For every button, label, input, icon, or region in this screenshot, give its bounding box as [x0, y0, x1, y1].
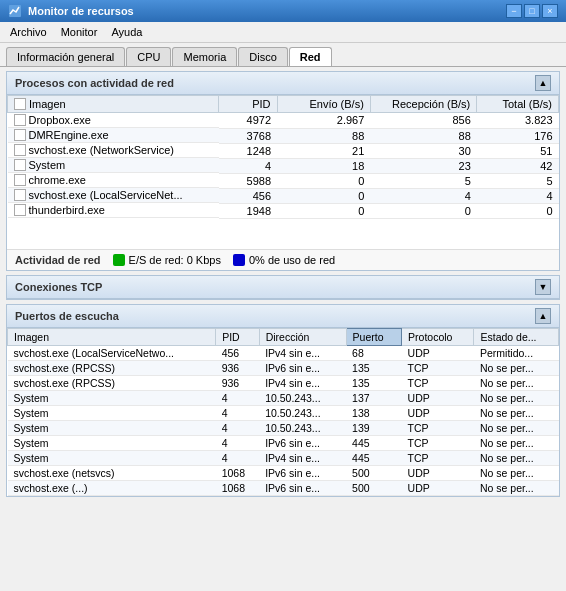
protocolo-cell: UDP	[402, 481, 474, 496]
pid-cell: 4972	[219, 113, 277, 129]
indicator-io: E/S de red: 0 Kbps	[113, 254, 221, 266]
conexiones-tcp-header[interactable]: Conexiones TCP ▼	[7, 276, 559, 299]
protocolo-cell: TCP	[402, 436, 474, 451]
menu-ayuda[interactable]: Ayuda	[105, 24, 148, 40]
table-row[interactable]: System 4 IPv4 sin e... 445 TCP No se per…	[8, 451, 559, 466]
tab-cpu[interactable]: CPU	[126, 47, 171, 66]
menu-monitor[interactable]: Monitor	[55, 24, 104, 40]
procesos-red-collapse[interactable]: ▲	[535, 75, 551, 91]
row-checkbox[interactable]	[14, 144, 26, 156]
pid-cell: 1068	[216, 481, 259, 496]
imagen-cell: DMREngine.exe	[29, 129, 109, 141]
imagen-cell: svchost.exe (...)	[8, 481, 216, 496]
puertos-col-imagen: Imagen	[8, 328, 216, 345]
procesos-red-body: Imagen PID Envío (B/s) Recepción (B/s) T…	[7, 95, 559, 249]
table-row[interactable]: System 4 18 23 42	[8, 158, 559, 173]
puerto-cell: 445	[346, 451, 402, 466]
pid-cell: 3768	[219, 128, 277, 143]
imagen-cell: Dropbox.exe	[29, 114, 91, 126]
row-checkbox[interactable]	[14, 159, 26, 171]
tab-memoria[interactable]: Memoria	[172, 47, 237, 66]
table-row[interactable]: svchost.exe (RPCSS) 936 IPv6 sin e... 13…	[8, 361, 559, 376]
imagen-cell: svchost.exe (LocalServiceNet...	[29, 189, 183, 201]
direccion-cell: IPv4 sin e...	[259, 376, 346, 391]
table-row[interactable]: svchost.exe (LocalServiceNet... 456 0 4 …	[8, 188, 559, 203]
direccion-cell: 10.50.243...	[259, 391, 346, 406]
puertos-col-direccion: Dirección	[259, 328, 346, 345]
direccion-cell: IPv4 sin e...	[259, 451, 346, 466]
table-row[interactable]: DMREngine.exe 3768 88 88 176	[8, 128, 559, 143]
total-cell: 176	[477, 128, 559, 143]
imagen-cell: System	[8, 436, 216, 451]
close-button[interactable]: ×	[542, 4, 558, 18]
recepcion-cell: 5	[370, 173, 476, 188]
main-content: Procesos con actividad de red ▲ Imagen P…	[0, 67, 566, 501]
table-row[interactable]: thunderbird.exe 1948 0 0 0	[8, 203, 559, 218]
menu-archivo[interactable]: Archivo	[4, 24, 53, 40]
total-cell: 51	[477, 143, 559, 158]
row-checkbox[interactable]	[14, 204, 26, 216]
table-row[interactable]: System 4 IPv6 sin e... 445 TCP No se per…	[8, 436, 559, 451]
table-row[interactable]: chrome.exe 5988 0 5 5	[8, 173, 559, 188]
envio-cell: 2.967	[277, 113, 370, 129]
pid-cell: 1248	[219, 143, 277, 158]
procesos-red-header[interactable]: Procesos con actividad de red ▲	[7, 72, 559, 95]
row-checkbox[interactable]	[14, 189, 26, 201]
tab-disco[interactable]: Disco	[238, 47, 288, 66]
maximize-button[interactable]: □	[524, 4, 540, 18]
minimize-button[interactable]: −	[506, 4, 522, 18]
col-imagen: Imagen	[8, 96, 219, 113]
table-row[interactable]: svchost.exe (LocalServiceNetwo... 456 IP…	[8, 345, 559, 361]
total-cell: 5	[477, 173, 559, 188]
window-controls: − □ ×	[506, 4, 558, 18]
imagen-cell: System	[8, 391, 216, 406]
col-envio: Envío (B/s)	[277, 96, 370, 113]
window-title: Monitor de recursos	[28, 5, 500, 17]
table-row[interactable]: svchost.exe (RPCSS) 936 IPv4 sin e... 13…	[8, 376, 559, 391]
puerto-cell: 139	[346, 421, 402, 436]
tab-red[interactable]: Red	[289, 47, 332, 66]
table-row[interactable]: svchost.exe (...) 1068 IPv6 sin e... 500…	[8, 481, 559, 496]
puertos-escucha-collapse[interactable]: ▲	[535, 308, 551, 324]
puertos-escucha-body: Imagen PID Dirección Puerto Protocolo Es…	[7, 328, 559, 497]
direccion-cell: IPv6 sin e...	[259, 436, 346, 451]
table-row[interactable]: svchost.exe (NetworkService) 1248 21 30 …	[8, 143, 559, 158]
tab-informacion-general[interactable]: Información general	[6, 47, 125, 66]
puertos-escucha-section: Puertos de escucha ▲ Imagen PID Direcció…	[6, 304, 560, 498]
puertos-escucha-header[interactable]: Puertos de escucha ▲	[7, 305, 559, 328]
envio-cell: 21	[277, 143, 370, 158]
table-row[interactable]: System 4 10.50.243... 137 UDP No se per.…	[8, 391, 559, 406]
total-cell: 42	[477, 158, 559, 173]
estado-cell: No se per...	[474, 406, 559, 421]
estado-cell: No se per...	[474, 466, 559, 481]
procesos-red-rows: Dropbox.exe 4972 2.967 856 3.823 DMREngi…	[8, 113, 559, 219]
puerto-cell: 138	[346, 406, 402, 421]
total-cell: 0	[477, 203, 559, 218]
col-pid: PID	[219, 96, 277, 113]
recepcion-cell: 0	[370, 203, 476, 218]
puerto-cell: 500	[346, 466, 402, 481]
protocolo-cell: UDP	[402, 406, 474, 421]
table-row[interactable]: Dropbox.exe 4972 2.967 856 3.823	[8, 113, 559, 129]
pid-cell: 4	[216, 391, 259, 406]
estado-cell: No se per...	[474, 391, 559, 406]
estado-cell: No se per...	[474, 436, 559, 451]
menu-bar: Archivo Monitor Ayuda	[0, 22, 566, 43]
row-checkbox[interactable]	[14, 114, 26, 126]
puertos-col-estado: Estado de...	[474, 328, 559, 345]
puertos-escucha-title: Puertos de escucha	[15, 310, 119, 322]
table-row[interactable]: System 4 10.50.243... 139 TCP No se per.…	[8, 421, 559, 436]
imagen-cell: svchost.exe (NetworkService)	[29, 144, 175, 156]
table-row[interactable]: svchost.exe (netsvcs) 1068 IPv6 sin e...…	[8, 466, 559, 481]
table-row[interactable]: System 4 10.50.243... 138 UDP No se per.…	[8, 406, 559, 421]
recepcion-cell: 856	[370, 113, 476, 129]
estado-cell: No se per...	[474, 451, 559, 466]
conexiones-tcp-collapse[interactable]: ▼	[535, 279, 551, 295]
header-checkbox[interactable]	[14, 98, 26, 110]
pid-cell: 456	[219, 188, 277, 203]
protocolo-cell: UDP	[402, 391, 474, 406]
actividad-red-label: Actividad de red	[15, 254, 101, 266]
row-checkbox[interactable]	[14, 174, 26, 186]
puerto-cell: 500	[346, 481, 402, 496]
row-checkbox[interactable]	[14, 129, 26, 141]
